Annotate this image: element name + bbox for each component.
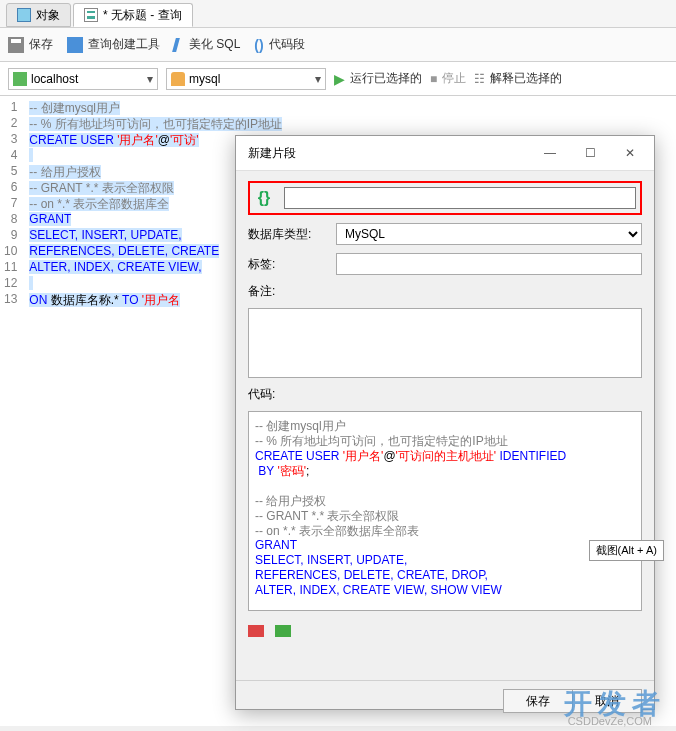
- tab-label: 对象: [36, 7, 60, 24]
- snippet-name-input[interactable]: [284, 187, 636, 209]
- host-select[interactable]: localhost ▾: [8, 68, 158, 90]
- screenshot-tooltip: 截图(Alt + A): [589, 540, 664, 561]
- run-button[interactable]: ▶运行已选择的: [334, 70, 422, 87]
- connection-bar: localhost ▾ mysql ▾ ▶运行已选择的 ■停止 ☷解释已选择的: [0, 62, 676, 96]
- code-preview[interactable]: -- 创建mysql用户 -- % 所有地址均可访问，也可指定特定的IP地址 C…: [248, 411, 642, 611]
- beautify-icon: [172, 38, 180, 52]
- code-label: 代码:: [248, 387, 275, 401]
- dialog-footer: 保存 取消: [236, 680, 654, 721]
- db-select[interactable]: mysql ▾: [166, 68, 326, 90]
- db-label: mysql: [189, 72, 220, 86]
- stop-icon: ■: [430, 72, 437, 86]
- play-icon: ▶: [334, 71, 345, 87]
- new-snippet-dialog: 新建片段 — ☐ ✕ {} 数据库类型: MySQL 标签: 备注: 代码: -…: [235, 135, 655, 710]
- tab-query[interactable]: * 无标题 - 查询: [73, 3, 193, 27]
- dbtype-label: 数据库类型:: [248, 226, 328, 243]
- remark-label: 备注:: [248, 284, 275, 298]
- builder-button[interactable]: 查询创建工具: [67, 36, 160, 53]
- beautify-button[interactable]: 美化 SQL: [174, 36, 240, 53]
- dialog-cancel-button[interactable]: 取消: [572, 689, 642, 713]
- line-gutter: 12345678910111213: [0, 96, 25, 726]
- tab-bar: 对象 * 无标题 - 查询: [0, 0, 676, 28]
- add-snippet-icon[interactable]: [275, 625, 291, 637]
- chevron-down-icon: ▾: [147, 72, 153, 86]
- close-button[interactable]: ✕: [610, 142, 650, 164]
- tag-label: 标签:: [248, 256, 328, 273]
- wrench-icon: [67, 37, 83, 53]
- server-icon: [13, 72, 27, 86]
- maximize-button[interactable]: ☐: [570, 142, 610, 164]
- tab-objects[interactable]: 对象: [6, 3, 71, 27]
- table-icon: [17, 8, 31, 22]
- dbtype-select[interactable]: MySQL: [336, 223, 642, 245]
- database-icon: [171, 72, 185, 86]
- chevron-down-icon: ▾: [315, 72, 321, 86]
- dialog-save-button[interactable]: 保存: [503, 689, 573, 713]
- delete-snippet-icon[interactable]: [248, 625, 264, 637]
- explain-button[interactable]: ☷解释已选择的: [474, 70, 562, 87]
- dialog-titlebar[interactable]: 新建片段 — ☐ ✕: [236, 136, 654, 171]
- tab-label: * 无标题 - 查询: [103, 7, 182, 24]
- query-icon: [84, 8, 98, 22]
- tag-input[interactable]: [336, 253, 642, 275]
- mini-icons: [248, 619, 642, 640]
- save-button[interactable]: 保存: [8, 36, 53, 53]
- dialog-title: 新建片段: [248, 145, 530, 162]
- save-icon: [8, 37, 24, 53]
- remark-textarea[interactable]: [248, 308, 642, 378]
- snippet-icon: {}: [254, 188, 274, 208]
- host-label: localhost: [31, 72, 78, 86]
- brace-icon: (): [254, 37, 263, 53]
- minimize-button[interactable]: —: [530, 142, 570, 164]
- snippet-button[interactable]: ()代码段: [254, 36, 304, 53]
- toolbar: 保存 查询创建工具 美化 SQL ()代码段: [0, 28, 676, 62]
- stop-button[interactable]: ■停止: [430, 70, 466, 87]
- explain-icon: ☷: [474, 72, 485, 86]
- snippet-name-row: {}: [248, 181, 642, 215]
